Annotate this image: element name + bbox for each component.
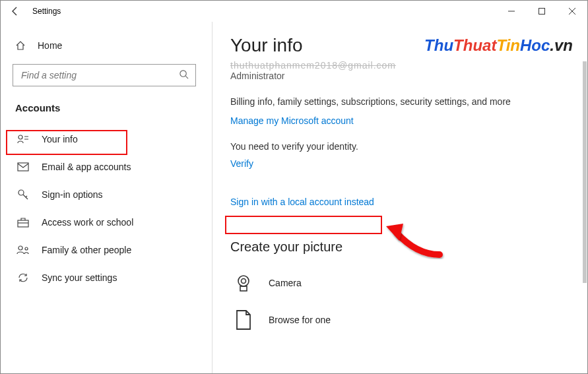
browse-file-icon [230, 309, 257, 330]
search-box[interactable] [13, 64, 196, 86]
scrollbar-thumb[interactable] [583, 61, 587, 283]
create-picture-header: Create your picture [230, 239, 561, 255]
maximize-button[interactable] [527, 1, 557, 22]
content-pane: Your info thuthuatphanmem2018@gmail.com … [212, 22, 587, 373]
svg-rect-1 [539, 9, 545, 15]
verify-identity-text: You need to verify your identity. [230, 141, 561, 152]
svg-point-17 [238, 276, 249, 286]
sidebar-item-label: Email & app accounts [42, 162, 131, 172]
svg-rect-9 [18, 163, 28, 171]
local-account-link[interactable]: Sign in with a local account instead [230, 197, 374, 207]
mail-icon [15, 162, 31, 171]
picture-option-browse[interactable]: Browse for one [230, 303, 561, 336]
svg-point-15 [18, 246, 22, 250]
sidebar-item-email-accounts[interactable]: Email & app accounts [13, 153, 205, 181]
sidebar-item-family-people[interactable]: Family & other people [13, 236, 205, 264]
browse-label: Browse for one [269, 315, 331, 325]
search-input[interactable] [20, 69, 172, 81]
manage-microsoft-account-link[interactable]: Manage my Microsoft account [230, 115, 354, 126]
search-icon [179, 69, 189, 82]
account-role: Administrator [230, 71, 561, 81]
svg-point-6 [18, 135, 22, 139]
sidebar-item-label: Family & other people [42, 245, 131, 255]
window-controls [496, 1, 587, 22]
close-button[interactable] [557, 1, 587, 22]
svg-point-4 [180, 70, 186, 76]
svg-rect-19 [240, 286, 247, 291]
sidebar-item-label: Sync your settings [42, 272, 117, 283]
titlebar: Settings [1, 1, 587, 22]
window-body: Home Accounts Your info Email & app [1, 22, 587, 373]
page-title: Your info [230, 35, 561, 56]
account-email: thuthuatphanmem2018@gmail.com [230, 60, 561, 71]
camera-label: Camera [269, 278, 302, 288]
svg-point-18 [242, 278, 246, 283]
local-account-wrap: Sign in with a local account instead [230, 196, 561, 208]
person-card-icon [15, 134, 31, 144]
sidebar-item-your-info[interactable]: Your info [13, 125, 205, 153]
svg-line-5 [185, 76, 188, 78]
briefcase-icon [15, 217, 31, 228]
scrollbar[interactable] [583, 61, 587, 369]
picture-option-camera[interactable]: Camera [230, 266, 561, 299]
sidebar: Home Accounts Your info Email & app [1, 22, 212, 373]
svg-point-10 [18, 190, 24, 195]
svg-line-11 [23, 195, 28, 199]
people-icon [15, 245, 31, 255]
window-title: Settings [32, 7, 61, 16]
settings-window: Settings Home [0, 0, 588, 374]
key-icon [15, 189, 31, 201]
billing-info-text: Billing info, family settings, subscript… [230, 96, 540, 109]
sidebar-item-label: Access work or school [42, 217, 133, 228]
sidebar-item-access-work-school[interactable]: Access work or school [13, 208, 205, 236]
sidebar-item-label: Your info [42, 134, 78, 144]
sidebar-item-label: Sign-in options [42, 189, 103, 200]
home-label: Home [38, 40, 62, 51]
sidebar-item-signin-options[interactable]: Sign-in options [13, 181, 205, 208]
verify-link[interactable]: Verify [230, 158, 253, 169]
svg-point-16 [25, 247, 28, 250]
svg-rect-13 [18, 220, 28, 227]
sidebar-item-sync-settings[interactable]: Sync your settings [13, 264, 205, 292]
home-icon [13, 40, 28, 51]
svg-line-12 [26, 196, 27, 197]
home-nav[interactable]: Home [13, 34, 205, 57]
camera-icon [230, 273, 257, 293]
minimize-button[interactable] [496, 1, 527, 22]
sidebar-group-header: Accounts [15, 102, 205, 113]
back-button[interactable] [1, 1, 30, 22]
sync-icon [15, 272, 31, 284]
